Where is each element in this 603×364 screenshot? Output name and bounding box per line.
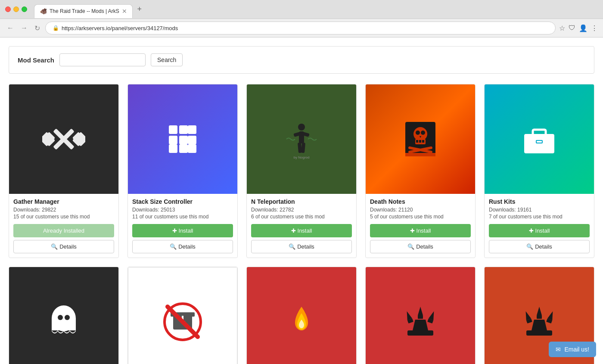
mod-card-no-give-notices: No Give Notices Downloads: 15782 3 of ou… <box>127 267 238 364</box>
plus-icon: ✚ <box>410 227 415 234</box>
search-button[interactable]: Search <box>151 53 183 66</box>
email-chat-button[interactable]: ✉ Email us! <box>549 342 596 357</box>
svg-marker-48 <box>413 320 428 330</box>
mod-image-n-teleportation: by Nogrod <box>247 84 356 194</box>
address-field[interactable]: 🔒 https://arkservers.io/panel/servers/34… <box>45 22 556 34</box>
address-bar-row: ← → ↻ 🔒 https://arkservers.io/panel/serv… <box>0 19 603 37</box>
install-button-gather-manager[interactable]: Already Installed <box>13 224 114 237</box>
svg-marker-46 <box>418 307 423 315</box>
search-icon: 🔍 <box>170 243 177 250</box>
mod-info-stack-size-controller: Stack Size Controller Downloads: 25013 1… <box>128 194 237 258</box>
svg-rect-12 <box>169 144 177 153</box>
svg-rect-34 <box>533 130 546 136</box>
mod-image-rust-kits <box>485 84 594 194</box>
mod-downloads-stack-size-controller: Downloads: 25013 <box>132 207 233 213</box>
details-button-n-teleportation[interactable]: 🔍 Details <box>251 240 352 253</box>
svg-rect-10 <box>179 136 188 144</box>
mod-image-gather-manager <box>9 84 118 194</box>
svg-point-15 <box>298 124 305 131</box>
bookmark-icon[interactable]: ☆ <box>559 24 565 32</box>
menu-icon[interactable]: ⋮ <box>591 24 598 32</box>
minimize-window-button[interactable] <box>13 6 19 12</box>
mod-name-gather-manager: Gather Manager <box>13 198 114 205</box>
mod-card-quick-smelt: Quick Smelt Downloads: 14991 8 of our cu… <box>246 267 357 364</box>
install-button-death-notes[interactable]: ✚ Install <box>370 224 471 237</box>
install-button-n-teleportation[interactable]: ✚ Install <box>251 224 352 237</box>
details-button-death-notes[interactable]: 🔍 Details <box>370 240 471 253</box>
install-button-rust-kits[interactable]: ✚ Install <box>489 224 590 237</box>
plus-icon: ✚ <box>291 227 296 234</box>
email-icon: ✉ <box>556 346 561 353</box>
svg-marker-56 <box>532 320 547 330</box>
svg-marker-49 <box>404 311 412 320</box>
back-button[interactable]: ← <box>5 22 16 34</box>
mod-downloads-death-notes: Downloads: 21120 <box>370 207 471 213</box>
new-tab-button[interactable]: + <box>134 4 145 15</box>
mod-customers-rust-kits: 7 of our customers use this mod <box>489 214 590 220</box>
svg-rect-14 <box>188 144 196 153</box>
forward-button[interactable]: → <box>19 22 29 34</box>
tab-close-button[interactable]: ✕ <box>122 8 127 14</box>
plus-icon: ✚ <box>529 227 534 234</box>
svg-point-39 <box>58 315 63 320</box>
reload-button[interactable]: ↻ <box>33 22 42 34</box>
browser-titlebar: 🐗 The Raid Trade -- Mods | ArkS ✕ + <box>0 0 603 19</box>
mod-name-death-notes: Death Notes <box>370 198 471 205</box>
svg-rect-55 <box>537 315 542 319</box>
browser-chrome: 🐗 The Raid Trade -- Mods | ArkS ✕ + ← → … <box>0 0 603 37</box>
svg-rect-36 <box>537 141 542 143</box>
svg-rect-7 <box>179 125 188 134</box>
tab-favicon: 🐗 <box>40 8 47 15</box>
install-button-stack-size-controller[interactable]: ✚ Install <box>132 224 233 237</box>
svg-rect-5 <box>42 132 55 146</box>
svg-rect-9 <box>169 136 177 144</box>
mod-card-gather-manager: Gather Manager Downloads: 29822 15 of ou… <box>9 84 119 258</box>
mod-image-death-notes <box>366 84 475 194</box>
search-icon: 🔍 <box>51 243 58 250</box>
svg-rect-38 <box>52 318 76 330</box>
svg-rect-61 <box>526 330 552 336</box>
plus-icon: ✚ <box>172 227 177 234</box>
mod-card-vanish: Vanish Downloads: 17246 4 of our custome… <box>9 267 119 364</box>
svg-point-23 <box>413 127 427 141</box>
svg-marker-59 <box>547 311 555 320</box>
close-window-button[interactable] <box>5 6 11 12</box>
mod-card-rust-kits: Rust Kits Downloads: 19161 7 of our cust… <box>484 84 594 258</box>
mod-info-n-teleportation: N Teleportation Downloads: 22782 6 of ou… <box>247 194 356 258</box>
svg-rect-32 <box>405 153 435 156</box>
browser-tab[interactable]: 🐗 The Raid Trade -- Mods | ArkS ✕ <box>34 4 133 18</box>
mod-name-n-teleportation: N Teleportation <box>251 198 352 205</box>
shield-icon[interactable]: 🛡 <box>569 24 575 32</box>
mod-info-death-notes: Death Notes Downloads: 21120 5 of our cu… <box>366 194 475 258</box>
svg-marker-57 <box>523 311 531 320</box>
mod-downloads-n-teleportation: Downloads: 22782 <box>251 207 352 213</box>
mod-downloads-rust-kits: Downloads: 19161 <box>489 207 590 213</box>
maximize-window-button[interactable] <box>22 6 27 12</box>
svg-point-25 <box>416 131 420 135</box>
lock-icon: 🔒 <box>53 25 59 31</box>
tab-title: The Raid Trade -- Mods | ArkS <box>50 8 119 14</box>
mod-image-stack-size-controller <box>128 84 237 194</box>
svg-text:by Nogrod: by Nogrod <box>294 156 310 159</box>
svg-rect-4 <box>72 132 85 146</box>
page-content: Mod Search Search Gather Manager Downloa… <box>0 37 603 364</box>
mod-customers-death-notes: 5 of our customers use this mod <box>370 214 471 220</box>
mod-name-rust-kits: Rust Kits <box>489 198 590 205</box>
mod-card-n-teleportation: by Nogrod N Teleportation Downloads: 227… <box>246 84 357 258</box>
details-button-stack-size-controller[interactable]: 🔍 Details <box>132 240 233 253</box>
mod-image-r-remover-tool <box>366 267 475 364</box>
svg-marker-54 <box>537 307 542 315</box>
search-input[interactable] <box>59 53 146 66</box>
mod-info-rust-kits: Rust Kits Downloads: 19161 7 of our cust… <box>485 194 594 258</box>
search-bar: Mod Search Search <box>9 46 594 74</box>
mod-customers-n-teleportation: 6 of our customers use this mod <box>251 214 352 220</box>
search-label: Mod Search <box>18 56 54 64</box>
profile-icon[interactable]: 👤 <box>579 24 587 32</box>
search-icon: 🔍 <box>289 243 295 250</box>
mod-info-gather-manager: Gather Manager Downloads: 29822 15 of ou… <box>9 194 118 258</box>
svg-rect-6 <box>169 125 177 134</box>
search-icon: 🔍 <box>407 243 414 250</box>
details-button-gather-manager[interactable]: 🔍 Details <box>13 240 114 253</box>
url-text: https://arkservers.io/panel/servers/3412… <box>62 25 178 31</box>
details-button-rust-kits[interactable]: 🔍 Details <box>489 240 590 253</box>
